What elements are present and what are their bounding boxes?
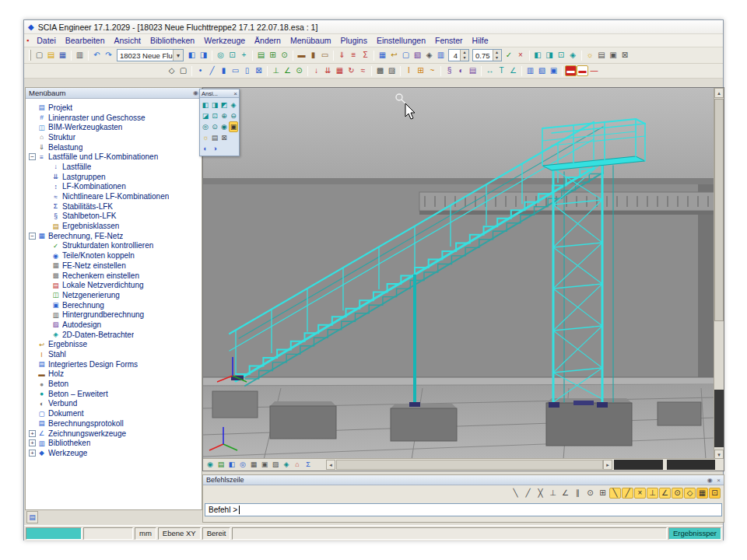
project-combobox[interactable]: 18023 Neue Flucht ▾ [117, 49, 184, 61]
render-mode-icon[interactable]: ▤ [210, 132, 219, 143]
layers-icon[interactable]: ▤ [255, 50, 267, 61]
vscroll-thumb[interactable] [714, 99, 724, 321]
mesh-icon[interactable]: ▩ [374, 65, 386, 76]
tree-item-berechnungsprotokoll[interactable]: ▤Berechnungsprotokoll [26, 418, 202, 429]
save-icon[interactable]: ▦ [57, 50, 68, 61]
load-icon[interactable]: ⇓ [336, 50, 348, 61]
tree-item-bibliotheken[interactable]: +▥Bibliotheken [26, 438, 202, 448]
snap-center-on-icon[interactable]: ⊙ [672, 488, 683, 499]
snap-endpoint-icon[interactable]: ╲ [510, 488, 521, 499]
undo-icon[interactable]: ↶ [91, 50, 103, 61]
view-xz-icon[interactable]: ◨ [210, 100, 219, 110]
gallery-icon[interactable]: ▧ [412, 50, 423, 61]
pin-icon[interactable]: ◉ [193, 89, 198, 96]
tree-item-lastgruppen[interactable]: ⇊Lastgruppen [26, 172, 202, 182]
spin-up-icon[interactable]: ▴ [493, 50, 501, 55]
opening-icon[interactable]: ⊠ [253, 65, 265, 76]
zoom-all-icon[interactable]: ⊙ [210, 121, 219, 132]
chevron-down-icon[interactable]: ▾ [173, 50, 183, 61]
spin-down-icon[interactable]: ▾ [461, 55, 468, 61]
scroll-up-icon[interactable]: ▴ [714, 88, 724, 98]
beam-2-icon[interactable]: ╱ [206, 65, 218, 76]
menu-werkzeuge[interactable]: Werkzeuge [199, 35, 250, 46]
visibility-toggle-icon[interactable]: ◎ [237, 460, 248, 470]
tree-item-projekt[interactable]: ▤Projekt [26, 103, 202, 113]
view-x-icon[interactable]: ◧ [532, 50, 544, 61]
tree-item-beton[interactable]: ●Beton [26, 379, 202, 389]
plate-icon[interactable]: ▭ [319, 50, 331, 61]
document-icon[interactable]: ▢ [400, 50, 412, 61]
snap-box-on-icon[interactable]: ⊡ [709, 488, 721, 499]
load-case-icon[interactable]: ≡ [348, 50, 359, 61]
tree-item-belastung[interactable]: ⇓Belastung [26, 142, 202, 152]
snap-perp-on-icon[interactable]: ⊥ [647, 488, 658, 499]
snap-perpendicular-icon[interactable]: ⊥ [547, 488, 559, 499]
expand-icon[interactable]: + [29, 450, 36, 457]
zoom-out-icon[interactable]: ⊖ [229, 110, 238, 121]
menu-plugins[interactable]: Plugins [335, 35, 371, 46]
zoom-window-icon[interactable]: ◎ [201, 121, 210, 132]
tree-item-linienraster-und-geschosse[interactable]: #Linienraster und Geschosse [26, 113, 202, 123]
activity-icon[interactable]: ◧ [226, 460, 237, 470]
select-box-icon[interactable]: ▢ [177, 65, 189, 76]
results-icon[interactable]: ↩ [388, 50, 400, 61]
mesh-refine-icon[interactable]: ▨ [386, 65, 398, 76]
view-settings-icon[interactable]: ◉ [205, 460, 216, 470]
menu-bibliotheken[interactable]: Bibliotheken [146, 35, 199, 46]
view-y-icon[interactable]: ◨ [544, 50, 556, 61]
snap-grid-icon[interactable]: ⊞ [597, 488, 608, 499]
collapse-icon[interactable]: − [29, 233, 36, 240]
zoom-factor-spinner[interactable]: 0.75 ▴▾ [472, 49, 502, 61]
tree-item-teile-knoten-koppeln[interactable]: ◉Teile/Knoten koppeln [26, 250, 202, 261]
light-icon[interactable]: ☼ [584, 50, 596, 61]
tree-item-zeichnungswerkzeuge[interactable]: +∠Zeichnungswerkzeuge [26, 429, 202, 439]
view-axonometric-icon[interactable]: ◈ [229, 100, 238, 110]
spin-down-icon[interactable]: ▾ [493, 55, 501, 61]
layer-2-icon[interactable]: ▤ [467, 65, 479, 76]
node-icon[interactable]: • [195, 65, 206, 76]
tree-item-dokument[interactable]: ▢Dokument [26, 408, 202, 418]
view-xy-icon[interactable]: ◧ [201, 100, 210, 110]
tree-item-berechnung-fe-netz[interactable]: −▦Berechnung, FE-Netz [26, 231, 202, 241]
buckling-icon[interactable]: ~ [426, 65, 438, 76]
snap-point-on-icon[interactable]: ◇ [684, 488, 696, 499]
wireframe-icon[interactable]: ▤ [596, 50, 608, 61]
copy-icon[interactable]: ◧ [186, 50, 198, 61]
menu-fenster[interactable]: Fenster [430, 35, 468, 46]
tree-item-ergebnisklassen[interactable]: ▤Ergebnisklassen [26, 221, 202, 231]
tree-item-struktur[interactable]: ⌂Struktur [26, 132, 202, 142]
render-toggle-icon[interactable]: ▣ [259, 460, 270, 470]
tree-item-berechnung[interactable]: ▣Berechnung [26, 300, 202, 310]
tree-item-netzgenerierung[interactable]: ◫Netzgenerierung [26, 290, 202, 300]
tree-item-holz[interactable]: ▬Holz [26, 369, 202, 380]
snap-intersection-icon[interactable]: ╳ [535, 488, 546, 499]
zoom-window-icon[interactable]: ⊡ [226, 50, 238, 61]
pin-icon[interactable]: ◉ [707, 477, 713, 484]
cancel-icon[interactable]: × [515, 50, 527, 61]
column-icon[interactable]: ▮ [307, 50, 319, 61]
beam-icon[interactable]: ▬ [296, 50, 307, 61]
tree-item-lokale-netzverdichtung[interactable]: ▤Lokale Netzverdichtung [26, 280, 202, 290]
menu-menuebaum[interactable]: Menübaum [286, 35, 336, 46]
paste-icon[interactable]: ◨ [198, 50, 209, 61]
check-connection-icon[interactable]: ⊞ [415, 65, 426, 76]
wall-icon[interactable]: ▯ [241, 65, 253, 76]
snap-parallel-icon[interactable]: ∥ [572, 488, 584, 499]
doc-white-icon[interactable]: ▬ [577, 65, 588, 76]
tree-item-stahlbeton-lfk[interactable]: §Stahlbeton-LFK [26, 212, 202, 222]
accept-icon[interactable]: ✓ [503, 50, 515, 61]
toolbar-grip[interactable] [29, 50, 31, 61]
tree-item-strukturdaten-kontrollieren[interactable]: ✓Strukturdaten kontrollieren [26, 241, 202, 251]
material-icon[interactable]: ◐ [455, 65, 467, 76]
snap-midpoint-icon[interactable]: ╱ [522, 488, 534, 499]
scroll-left-icon[interactable]: ◂ [326, 460, 335, 470]
menu-einstellungen[interactable]: Einstellungen [372, 35, 430, 46]
plate-2-icon[interactable]: ▭ [230, 65, 241, 76]
support-hinged-icon[interactable]: ∠ [282, 65, 293, 76]
shaded-icon[interactable]: ▣ [608, 50, 619, 61]
dock-tab-icon[interactable]: ▤ [26, 511, 38, 523]
menu-aendern[interactable]: Ändern [250, 35, 286, 46]
expand-icon[interactable]: + [29, 439, 36, 446]
doc-red-icon[interactable]: ▬ [565, 65, 577, 76]
result-graph-icon[interactable]: ▧ [536, 65, 548, 76]
